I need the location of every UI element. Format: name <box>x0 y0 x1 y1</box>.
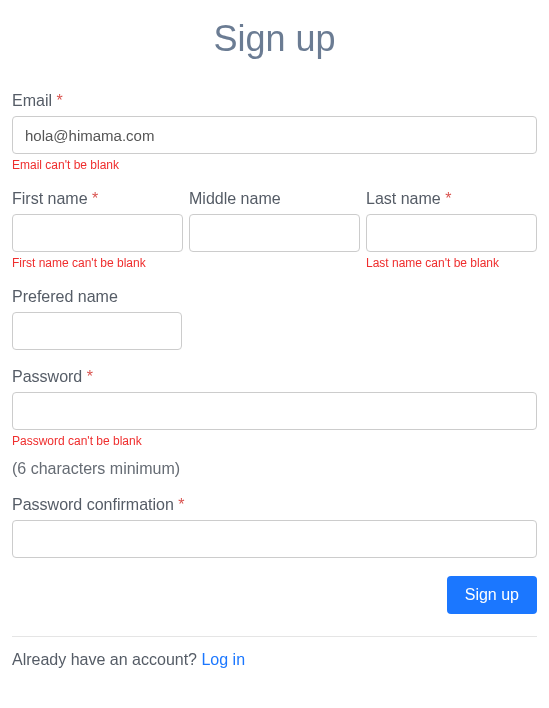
email-error: Email can't be blank <box>12 158 537 172</box>
password-required-mark: * <box>87 368 93 385</box>
first-name-required-mark: * <box>92 190 98 207</box>
preferred-name-group: Prefered name <box>12 288 537 350</box>
last-name-field[interactable] <box>366 214 537 252</box>
password-field[interactable] <box>12 392 537 430</box>
last-name-label: Last name <box>366 190 441 207</box>
login-prompt-text: Already have an account? <box>12 651 201 668</box>
email-label: Email <box>12 92 52 109</box>
first-name-label: First name <box>12 190 88 207</box>
password-confirmation-field[interactable] <box>12 520 537 558</box>
password-confirmation-group: Password confirmation * <box>12 496 537 558</box>
signup-button[interactable]: Sign up <box>447 576 537 614</box>
middle-name-group: Middle name <box>189 190 360 270</box>
password-label: Password <box>12 368 82 385</box>
first-name-field[interactable] <box>12 214 183 252</box>
last-name-group: Last name * Last name can't be blank <box>366 190 537 270</box>
first-name-group: First name * First name can't be blank <box>12 190 183 270</box>
middle-name-field[interactable] <box>189 214 360 252</box>
signup-form: Email * Email can't be blank First name … <box>12 92 537 614</box>
password-confirmation-label: Password confirmation <box>12 496 174 513</box>
login-prompt-row: Already have an account? Log in <box>12 651 537 669</box>
email-required-mark: * <box>56 92 62 109</box>
last-name-required-mark: * <box>445 190 451 207</box>
preferred-name-label: Prefered name <box>12 288 118 305</box>
last-name-error: Last name can't be blank <box>366 256 537 270</box>
divider <box>12 636 537 637</box>
page-title: Sign up <box>12 18 537 60</box>
email-group: Email * Email can't be blank <box>12 92 537 172</box>
password-hint: (6 characters minimum) <box>12 460 537 478</box>
password-confirmation-required-mark: * <box>178 496 184 513</box>
login-link[interactable]: Log in <box>201 651 245 668</box>
first-name-error: First name can't be blank <box>12 256 183 270</box>
password-error: Password can't be blank <box>12 434 537 448</box>
preferred-name-field[interactable] <box>12 312 182 350</box>
password-group: Password * Password can't be blank <box>12 368 537 448</box>
middle-name-label: Middle name <box>189 190 281 207</box>
email-field[interactable] <box>12 116 537 154</box>
